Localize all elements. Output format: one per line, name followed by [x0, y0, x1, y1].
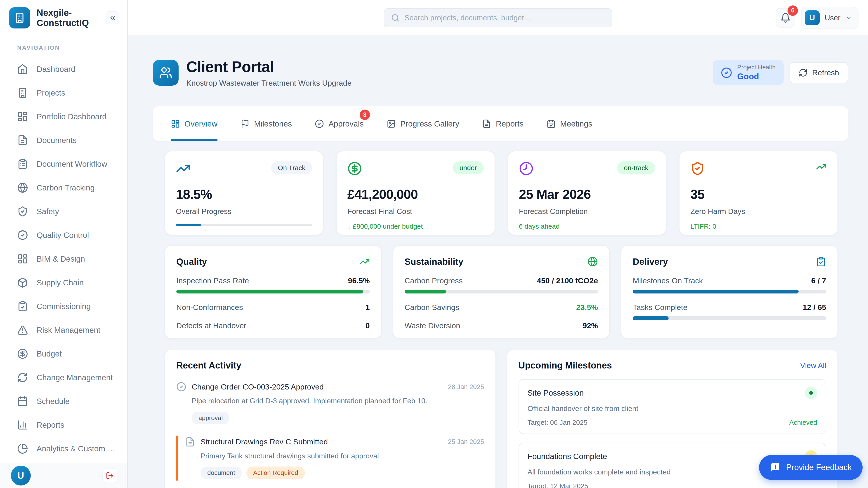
nav-section-label: NAVIGATION [0, 44, 127, 57]
sidebar-item-documents[interactable]: Documents [0, 128, 127, 152]
sidebar-item-portfolio-dashboard[interactable]: Portfolio Dashboard [0, 105, 127, 128]
sidebar-item-analytics[interactable]: Analytics & Custom Rep... [0, 437, 127, 460]
milestone-card[interactable]: Site Possession Official handover of sit… [519, 379, 827, 434]
tab-approvals[interactable]: Approvals 3 [315, 106, 364, 141]
panel-title: Upcoming Milestones [519, 360, 612, 370]
card-title: Sustainability [405, 257, 463, 267]
sidebar-item-label: Documents [37, 136, 76, 145]
sidebar-item-bim-design[interactable]: BIM & Design [0, 247, 127, 271]
provide-feedback-button[interactable]: Provide Feedback [759, 455, 863, 480]
layout-dashboard-icon [171, 119, 180, 128]
page-header: Client Portal Knostrop Wastewater Treatm… [153, 58, 848, 88]
metric-value: 1 [366, 303, 370, 312]
kpi-note: LTIFR: 0 [690, 223, 827, 230]
sustainability-card: Sustainability Carbon Progress450 / 2100… [393, 245, 610, 339]
logout-button[interactable] [102, 468, 117, 483]
activity-item[interactable]: Structural Drawings Rev C Submitted 25 J… [176, 435, 484, 481]
sidebar-item-label: Risk Management [37, 326, 100, 335]
search-input[interactable] [405, 13, 605, 22]
metric-value: 96.5% [348, 276, 370, 285]
milestone-description: Official handover of site from client [528, 404, 817, 413]
flag-icon [241, 119, 250, 128]
sidebar-item-commissioning[interactable]: Commissioning [0, 294, 127, 318]
milestone-name: Foundations Complete [528, 452, 607, 461]
sidebar-item-change-management[interactable]: Change Management [0, 365, 127, 389]
user-avatar[interactable]: U [11, 466, 31, 486]
milestone-status-dot [805, 387, 817, 399]
activity-item[interactable]: Change Order CO-003-2025 Approved 28 Jan… [176, 381, 484, 426]
sidebar-item-label: Analytics & Custom Rep... [37, 444, 118, 453]
sidebar-item-budget[interactable]: Budget [0, 342, 127, 365]
sidebar-item-supply-chain[interactable]: Supply Chain [0, 271, 127, 294]
sidebar-item-safety[interactable]: Safety [0, 199, 127, 223]
check-circle-icon [721, 67, 732, 78]
kpi-overall-progress: On Track 18.5% Overall Progress [164, 151, 323, 235]
chevrons-left-icon [109, 14, 116, 22]
kpi-value: £41,200,000 [347, 187, 484, 202]
sidebar-item-quality-control[interactable]: Quality Control [0, 223, 127, 247]
progress-bar [633, 316, 826, 320]
tab-label: Reports [496, 119, 524, 128]
page-subtitle: Knostrop Wastewater Treatment Works Upgr… [186, 78, 351, 88]
metric-label: Milestones On Track [633, 276, 703, 285]
milestone-target: Target: 06 Jan 2025 [528, 419, 587, 426]
clipboard-check-icon [17, 301, 28, 312]
metric-value: 23.5% [576, 303, 598, 312]
file-text-icon [185, 437, 195, 447]
notifications-button[interactable]: 6 [776, 8, 795, 28]
metric-value: 450 / 2100 tCO2e [537, 276, 598, 285]
sidebar-item-reports[interactable]: Reports [0, 413, 127, 437]
tab-progress-gallery[interactable]: Progress Gallery [387, 106, 459, 141]
milestone-name: Site Possession [528, 388, 584, 397]
refresh-icon [17, 372, 28, 383]
bar-chart-icon [17, 420, 28, 430]
activity-date: 28 Jan 2025 [448, 383, 484, 391]
kpi-note: ↓ £800,000 under budget [347, 223, 484, 230]
sidebar-item-label: Carbon Tracking [37, 183, 95, 192]
sidebar-item-label: Document Workflow [37, 160, 107, 168]
app-title: Nexgile-ConstructIQ [37, 8, 106, 28]
metric-value: 92% [583, 321, 598, 330]
app-logo [9, 7, 30, 29]
progress-bar [176, 290, 370, 293]
log-out-icon [106, 471, 114, 480]
quality-card: Quality Inspection Pass Rate96.5% Non-Co… [164, 245, 381, 339]
refresh-button[interactable]: Refresh [789, 62, 848, 84]
feedback-label: Provide Feedback [786, 463, 852, 472]
tab-label: Meetings [560, 119, 592, 128]
activity-tag: document [200, 466, 242, 479]
tab-overview[interactable]: Overview [171, 106, 217, 141]
view-all-link[interactable]: View All [800, 361, 826, 370]
sidebar-item-risk-management[interactable]: Risk Management [0, 318, 127, 342]
sidebar-item-label: Supply Chain [37, 278, 84, 287]
user-menu[interactable]: U User [801, 7, 859, 29]
tab-meetings[interactable]: Meetings [547, 106, 592, 141]
sidebar-item-document-workflow[interactable]: Document Workflow [0, 152, 127, 176]
sidebar-item-label: Budget [37, 349, 62, 358]
approvals-count-badge: 3 [360, 109, 370, 120]
calendar-check-icon [547, 119, 556, 128]
tab-milestones[interactable]: Milestones [241, 106, 292, 141]
kpi-status-badge: On Track [271, 161, 312, 174]
layout-dashboard-icon [17, 111, 28, 122]
sidebar-item-schedule[interactable]: Schedule [0, 389, 127, 413]
metric-label: Tasks Complete [633, 303, 687, 312]
sidebar-item-projects[interactable]: Projects [0, 81, 127, 105]
sidebar-item-label: Schedule [37, 397, 70, 406]
clock-icon [519, 161, 533, 176]
sidebar-item-carbon-tracking[interactable]: Carbon Tracking [0, 176, 127, 199]
tab-reports[interactable]: Reports [482, 106, 524, 141]
tab-label: Milestones [254, 119, 292, 128]
activity-title: Change Order CO-003-2025 Approved [192, 383, 442, 391]
kpi-value: 18.5% [176, 187, 312, 202]
sidebar-collapse-button[interactable] [106, 11, 119, 24]
pie-chart-icon [17, 443, 28, 454]
layout-dashboard-icon [17, 254, 28, 264]
activity-tag-action-required: Action Required [246, 466, 305, 479]
kpi-note: 6 days ahead [519, 223, 655, 230]
page-titles: Client Portal Knostrop Wastewater Treatm… [186, 58, 351, 88]
sidebar-item-dashboard[interactable]: Dashboard [0, 57, 127, 81]
activity-tag: approval [192, 412, 229, 424]
metric-label: Defects at Handover [176, 321, 246, 330]
milestone-status: Achieved [789, 419, 817, 426]
